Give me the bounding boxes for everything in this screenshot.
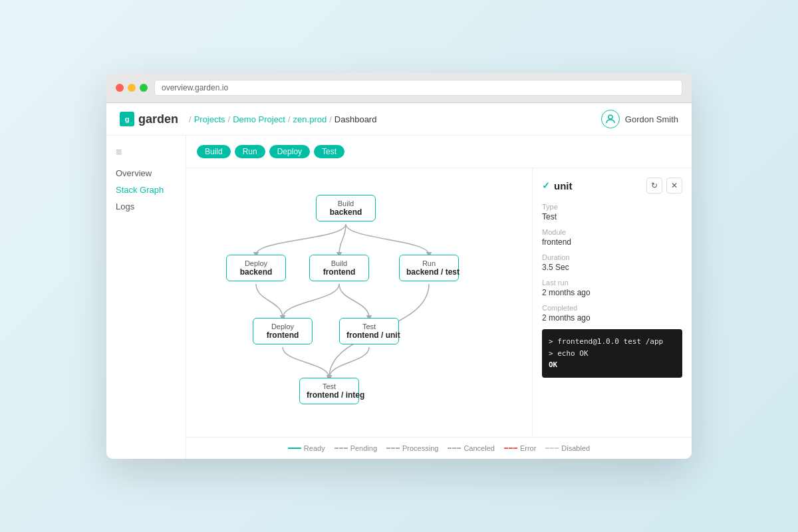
detail-duration-field: Duration 3.5 Sec: [542, 253, 682, 272]
detail-lastrun-label: Last run: [542, 279, 682, 287]
detail-completed-label: Completed: [542, 304, 682, 312]
graph-node-test-frontend-integ[interactable]: Testfrontend / integ: [299, 378, 359, 404]
graph-legend: ReadyPendingProcessingCanceledErrorDisab…: [186, 437, 692, 459]
filter-run-button[interactable]: Run: [235, 145, 265, 158]
graph-node-deploy-frontend[interactable]: Deployfrontend: [253, 318, 313, 344]
legend-item-pending: Pending: [334, 444, 377, 452]
terminal-line-2: > echo OK: [549, 348, 676, 360]
sidebar-item-overview[interactable]: Overview: [116, 166, 176, 180]
graph-node-deploy-backend[interactable]: Deploybackend: [226, 255, 286, 281]
app-body: ≡ Overview Stack Graph Logs Build Run De…: [106, 136, 692, 459]
terminal-line-1: > frontend@1.0.0 test /app: [549, 336, 676, 348]
legend-item-error: Error: [504, 444, 536, 452]
traffic-light-red[interactable]: [116, 84, 124, 92]
breadcrumb: / Projects / Demo Project / zen.prod / D…: [189, 114, 376, 124]
filter-bar: Build Run Deploy Test: [186, 136, 692, 168]
terminal-result: OK: [549, 359, 676, 371]
breadcrumb-zenprod[interactable]: zen.prod: [293, 114, 327, 124]
graph-canvas: BuildbackendDeploybackendBuildfrontendRu…: [186, 168, 532, 437]
logo: g garden: [120, 112, 178, 126]
header-right: Gordon Smith: [601, 110, 678, 128]
app-header: g garden / Projects / Demo Project / zen…: [106, 103, 692, 136]
detail-type-field: Type Test: [542, 203, 682, 221]
legend-item-ready: Ready: [288, 444, 325, 452]
traffic-light-yellow[interactable]: [128, 84, 136, 92]
graph-node-test-frontend-unit[interactable]: Testfrontend / unit: [339, 318, 399, 344]
main-area: Build Run Deploy Test BuildbackendDep: [186, 136, 692, 459]
filter-deploy-button[interactable]: Deploy: [269, 145, 310, 158]
terminal-block: > frontend@1.0.0 test /app > echo OK OK: [542, 329, 682, 378]
detail-duration-label: Duration: [542, 253, 682, 261]
logo-text: garden: [138, 112, 178, 126]
sidebar-item-stack-graph[interactable]: Stack Graph: [116, 183, 176, 197]
detail-panel: ✓ unit ↻ ✕ Type Test Module: [532, 168, 692, 437]
detail-lastrun-field: Last run 2 months ago: [542, 279, 682, 297]
detail-lastrun-value: 2 months ago: [542, 288, 682, 297]
sidebar: ≡ Overview Stack Graph Logs: [106, 136, 186, 459]
graph-node-build-backend[interactable]: Buildbackend: [316, 195, 376, 221]
detail-refresh-button[interactable]: ↻: [646, 178, 662, 194]
detail-close-button[interactable]: ✕: [666, 178, 682, 194]
detail-title-bar: ✓ unit ↻ ✕: [542, 178, 682, 194]
svg-point-0: [608, 115, 612, 119]
legend-item-disabled: Disabled: [545, 444, 590, 452]
detail-module-label: Module: [542, 228, 682, 236]
sidebar-item-logs[interactable]: Logs: [116, 200, 176, 213]
graph-node-run-backend[interactable]: Runbackend / test: [399, 255, 459, 281]
traffic-lights: [116, 84, 148, 92]
address-bar[interactable]: overview.garden.io: [154, 80, 682, 96]
graph-area: BuildbackendDeploybackendBuildfrontendRu…: [186, 168, 692, 437]
traffic-light-green[interactable]: [140, 84, 148, 92]
detail-completed-value: 2 months ago: [542, 313, 682, 323]
breadcrumb-projects[interactable]: Projects: [194, 114, 225, 124]
detail-completed-field: Completed 2 months ago: [542, 304, 682, 323]
detail-type-label: Type: [542, 203, 682, 211]
app-content: g garden / Projects / Demo Project / zen…: [106, 103, 692, 459]
browser-window: overview.garden.io g garden / Projects /…: [106, 73, 692, 459]
filter-test-button[interactable]: Test: [314, 145, 344, 158]
detail-duration-value: 3.5 Sec: [542, 263, 682, 272]
legend-item-canceled: Canceled: [448, 444, 494, 452]
breadcrumb-dashboard: Dashboard: [334, 114, 377, 124]
logo-icon: g: [120, 112, 134, 126]
browser-chrome: overview.garden.io: [106, 73, 692, 103]
check-icon: ✓: [542, 180, 550, 191]
filter-build-button[interactable]: Build: [197, 145, 231, 158]
avatar-icon: [601, 110, 620, 128]
sidebar-menu-icon[interactable]: ≡: [116, 146, 176, 158]
detail-module-value: frontend: [542, 237, 682, 247]
detail-title-text: unit: [554, 180, 573, 192]
graph-node-build-frontend[interactable]: Buildfrontend: [309, 255, 369, 281]
detail-module-field: Module frontend: [542, 228, 682, 247]
breadcrumb-demo[interactable]: Demo Project: [233, 114, 285, 124]
user-name: Gordon Smith: [625, 114, 678, 124]
legend-item-processing: Processing: [386, 444, 438, 452]
detail-type-value: Test: [542, 212, 682, 221]
detail-actions: ↻ ✕: [646, 178, 682, 194]
